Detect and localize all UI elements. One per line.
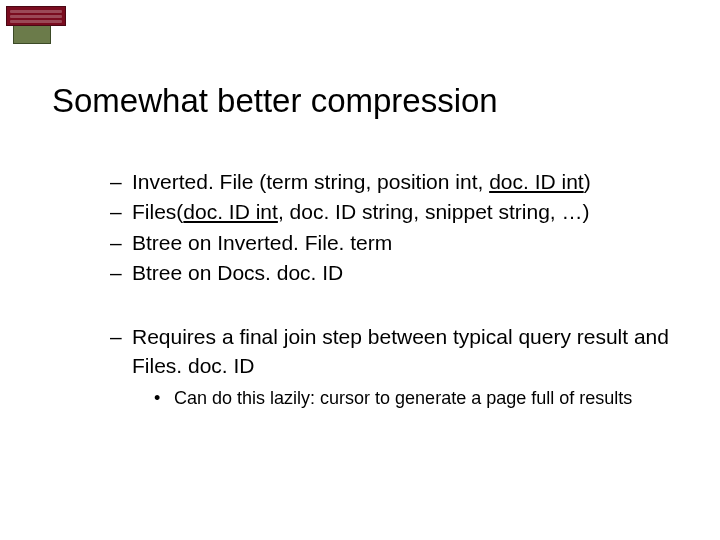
- slide-body: Inverted. File (term string, position in…: [110, 168, 670, 412]
- bullet-item: Btree on Inverted. File. term: [110, 229, 670, 257]
- bullet-item: Inverted. File (term string, position in…: [110, 168, 670, 196]
- bullet-item: Requires a final join step between typic…: [110, 323, 670, 410]
- slide-title: Somewhat better compression: [52, 82, 498, 120]
- logo: [6, 6, 72, 50]
- sub-bullet-item: Can do this lazily: cursor to generate a…: [154, 386, 670, 410]
- logo-top: [6, 6, 66, 26]
- bullet-text: Inverted. File (term string, position in…: [132, 170, 489, 193]
- bullet-text: ): [584, 170, 591, 193]
- sub-bullet-text: Can do this lazily: cursor to generate a…: [174, 388, 632, 408]
- logo-bottom: [13, 26, 51, 44]
- bullet-underline: doc. ID int: [489, 170, 584, 193]
- slide: Somewhat better compression Inverted. Fi…: [0, 0, 720, 540]
- bullet-item: Btree on Docs. doc. ID: [110, 259, 670, 287]
- bullet-underline: doc. ID int: [183, 200, 278, 223]
- bullet-text: Requires a final join step between typic…: [132, 325, 669, 376]
- bullet-item: Files(doc. ID int, doc. ID string, snipp…: [110, 198, 670, 226]
- sub-bullet-list: Can do this lazily: cursor to generate a…: [132, 386, 670, 410]
- bullet-text: Btree on Docs. doc. ID: [132, 261, 343, 284]
- bullet-text: , doc. ID string, snippet string, …): [278, 200, 590, 223]
- bullet-text: Files(: [132, 200, 183, 223]
- bullet-list-1: Inverted. File (term string, position in…: [110, 168, 670, 287]
- bullet-text: Btree on Inverted. File. term: [132, 231, 392, 254]
- bullet-list-2: Requires a final join step between typic…: [110, 323, 670, 410]
